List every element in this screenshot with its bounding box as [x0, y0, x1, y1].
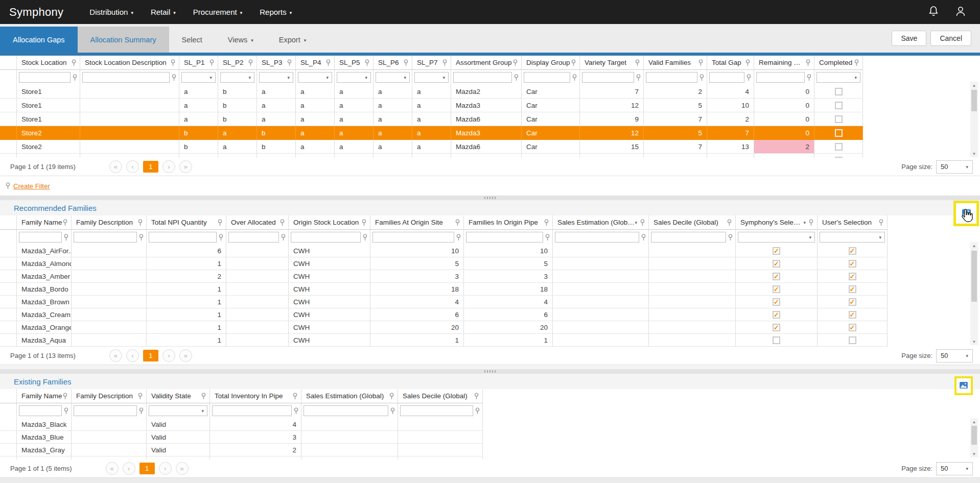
filter-input-stock-location[interactable] [19, 72, 71, 83]
bell-icon[interactable] [928, 5, 939, 19]
filter-input-families-at-origin-site[interactable] [372, 232, 454, 243]
filter-pin-icon[interactable] [512, 59, 518, 66]
column-header-stock-location[interactable]: Stock Location [17, 56, 80, 70]
filter-pin-icon[interactable] [389, 393, 394, 400]
recommended-grid-scrollbar[interactable]: ▲ ▼ [970, 242, 978, 345]
checkbox[interactable] [773, 247, 780, 255]
tab-views[interactable]: Views▾ [215, 27, 266, 53]
nav-procurement[interactable]: Procurement▾ [184, 8, 251, 16]
current-page-button[interactable]: 1 [139, 463, 155, 474]
checkbox[interactable] [849, 324, 856, 331]
checkbox[interactable] [773, 285, 780, 293]
filter-input-families-in-origin-pipe[interactable] [466, 232, 543, 243]
filter-pin-icon[interactable] [292, 393, 298, 400]
checkbox[interactable] [849, 247, 856, 255]
filter-pin-icon[interactable] [72, 74, 78, 81]
filter-pin-icon[interactable] [218, 234, 224, 241]
filter-combo-sl-p2[interactable]: ▾ [220, 72, 254, 83]
table-row[interactable]: Mazda3_BlueValid3 [0, 431, 980, 444]
column-header-sales-decile-global[interactable]: Sales Decile (Global) [398, 389, 483, 403]
filter-pin-icon[interactable] [362, 234, 368, 241]
table-row[interactable]: Mazda3_GrayValid2 [0, 444, 980, 456]
next-page-button[interactable]: › [162, 160, 175, 173]
filter-pin-icon[interactable] [170, 59, 176, 66]
filter-pin-icon[interactable] [63, 234, 69, 241]
filter-input-total-gap[interactable] [709, 72, 744, 83]
checkbox[interactable] [773, 324, 780, 331]
column-header-assortment-group[interactable]: Assortment Group [451, 56, 522, 70]
filter-combo-user-s-selection[interactable]: ▾ [820, 232, 885, 243]
chart-view-button[interactable] [953, 201, 979, 226]
filter-pin-icon[interactable] [279, 219, 285, 226]
filter-pin-icon[interactable] [287, 59, 292, 66]
column-header-symphony-s-selecti[interactable]: Symphony's Selecti...▾ [736, 215, 818, 230]
column-header-sl-p2[interactable]: SL_P2 [218, 56, 257, 70]
filter-pin-icon[interactable] [201, 393, 206, 400]
table-row[interactable]: Store1abaaaaaMazda6Car9720 [0, 112, 980, 126]
filter-combo-validity-state[interactable]: ▾ [149, 405, 207, 416]
checkbox[interactable] [773, 311, 780, 319]
table-row[interactable]: Store2babaaaaMazda2Car12470 [0, 154, 980, 158]
filter-input-over-allocated[interactable] [228, 232, 279, 243]
filter-combo-sl-p5[interactable]: ▾ [337, 72, 371, 83]
checkbox[interactable] [835, 102, 843, 109]
filter-pin-icon[interactable] [217, 219, 223, 226]
filter-combo-sl-p6[interactable]: ▾ [376, 72, 410, 83]
filter-pin-icon[interactable] [325, 59, 331, 66]
checkbox[interactable] [849, 260, 856, 268]
filter-pin-icon[interactable] [171, 74, 177, 81]
column-header-over-allocated[interactable]: Over Allocated [226, 215, 289, 230]
checkbox[interactable] [835, 143, 843, 151]
filter-pin-icon[interactable] [854, 59, 859, 66]
table-row[interactable]: Store1abaaaaaMazda3Car125100 [0, 99, 980, 112]
tab-allocation-summary[interactable]: Allocation Summary [78, 27, 169, 53]
filter-input-total-npi-quantity[interactable] [149, 232, 217, 243]
scroll-down-icon[interactable]: ▼ [970, 150, 978, 157]
first-page-button[interactable]: « [109, 349, 122, 362]
table-row[interactable]: Mazda3_BlackValid4 [0, 418, 980, 431]
table-row[interactable]: Store2babaaaaMazda6Car157132 [0, 140, 980, 154]
filter-pin-icon[interactable] [545, 234, 550, 241]
column-header-stock-location-description[interactable]: Stock Location Description [80, 56, 179, 70]
filter-pin-icon[interactable] [455, 219, 460, 226]
cancel-button[interactable]: Cancel [930, 31, 971, 46]
first-page-button[interactable]: « [106, 462, 119, 475]
filter-pin-icon[interactable] [474, 393, 479, 400]
column-header-families-at-origin-site[interactable]: Families At Origin Site [370, 215, 464, 230]
filter-pin-icon[interactable] [248, 59, 253, 66]
checkbox[interactable] [835, 115, 843, 123]
splitter-handle[interactable] [0, 369, 980, 374]
page-size-select[interactable]: 50▾ [936, 462, 973, 475]
column-header-total-gap[interactable]: Total Gap [707, 56, 754, 70]
filter-pin-icon[interactable] [138, 407, 144, 415]
filter-input-sales-estimation-global[interactable] [555, 232, 639, 243]
checkbox[interactable] [849, 336, 856, 344]
column-header-user-s-selection[interactable]: User's Selection [818, 215, 888, 230]
filter-input-remaining-gap[interactable] [756, 72, 805, 83]
column-header-total-inventory-in-pipe[interactable]: Total Inventory In Pipe [210, 389, 301, 403]
column-header-validity-state[interactable]: Validity State [147, 389, 210, 403]
prev-page-button[interactable]: ‹ [126, 349, 139, 362]
checkbox[interactable] [773, 260, 780, 268]
next-page-button[interactable]: › [159, 462, 172, 475]
filter-input-origin-stock-location[interactable] [291, 232, 361, 243]
filter-pin-icon[interactable] [727, 219, 732, 226]
table-row[interactable]: Mazda3_AirFor...6CWH1010 [0, 245, 980, 257]
table-row[interactable]: Mazda3_Cream1CWH66 [0, 308, 980, 321]
scroll-up-icon[interactable]: ▲ [970, 418, 978, 425]
page-size-select[interactable]: 50▾ [936, 349, 973, 363]
prev-page-button[interactable]: ‹ [123, 462, 135, 475]
chart-view-button[interactable] [954, 376, 973, 395]
column-header-families-in-origin-pipe[interactable]: Families In Origin Pipe [464, 215, 553, 230]
scroll-up-icon[interactable]: ▲ [970, 242, 978, 249]
column-header-sales-decile-global[interactable]: Sales Decile (Global) [649, 215, 736, 230]
checkbox[interactable] [835, 88, 843, 95]
filter-pin-icon[interactable] [640, 219, 645, 226]
page-size-select[interactable]: 50▾ [936, 160, 973, 174]
existing-grid-scrollbar[interactable]: ▲ ▼ [970, 418, 978, 457]
checkbox[interactable] [849, 311, 856, 319]
filter-pin-icon[interactable] [62, 393, 68, 400]
column-header-sl-p5[interactable]: SL_P5 [335, 56, 374, 70]
scrollbar-thumb[interactable] [971, 426, 977, 445]
filter-pin-icon[interactable] [361, 219, 367, 226]
